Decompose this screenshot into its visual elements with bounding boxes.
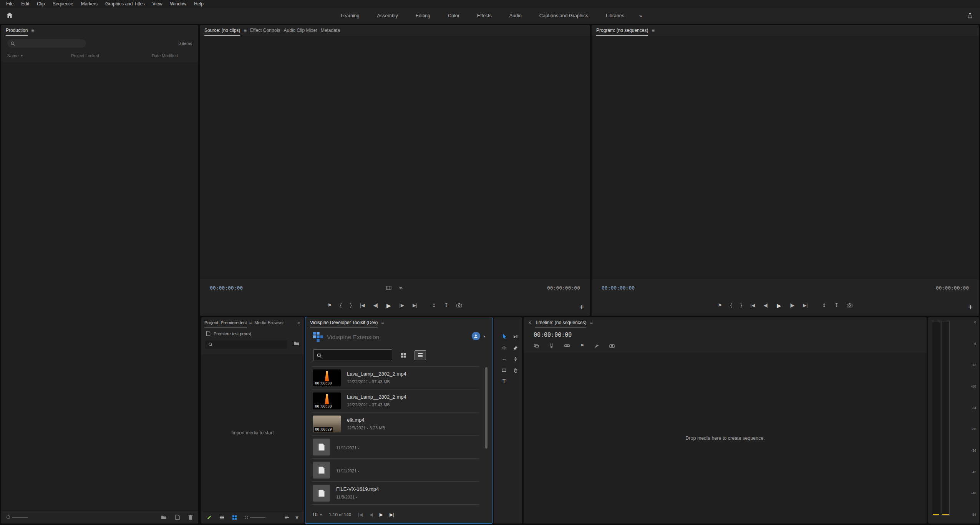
workspace-tab-color[interactable]: Color [439, 8, 468, 24]
panel-menu-icon[interactable]: ≡ [590, 320, 593, 325]
vidispine-search-input[interactable] [313, 350, 392, 361]
column-name[interactable]: Name▼ [7, 53, 71, 58]
add-marker-icon[interactable]: ⚑ [718, 303, 722, 308]
drag-audio-icon[interactable] [398, 286, 404, 290]
step-forward-icon[interactable]: |▶ [790, 303, 794, 308]
list-view-icon[interactable] [415, 350, 426, 360]
project-search-input[interactable] [215, 342, 284, 347]
edit-pencil-icon[interactable] [207, 515, 212, 520]
step-forward-icon[interactable]: |▶ [400, 303, 404, 308]
track-select-forward-tool[interactable] [510, 331, 521, 342]
step-back-icon[interactable]: ◀| [373, 303, 378, 308]
rectangle-tool[interactable] [498, 364, 510, 376]
button-editor-plus-icon[interactable]: + [968, 303, 973, 311]
close-icon[interactable]: × [528, 320, 531, 326]
vidispine-account[interactable]: ▾ [472, 332, 485, 340]
workspace-tab-learning[interactable]: Learning [332, 8, 368, 24]
ripple-edit-tool[interactable] [498, 342, 510, 353]
column-project-locked[interactable]: Project Locked [71, 53, 152, 58]
menu-clip[interactable]: Clip [33, 0, 49, 8]
tab-production[interactable]: Production [6, 25, 28, 36]
chevron-down-icon[interactable]: ▾ [483, 334, 485, 338]
selection-tool[interactable] [498, 331, 510, 342]
panel-overflow-icon[interactable]: » [298, 320, 300, 325]
media-list-item[interactable]: 00:00:29 elk.mp412/9/2021 - 3.23 MB [312, 412, 479, 436]
panel-menu-icon[interactable]: ≡ [249, 320, 252, 325]
project-empty-area[interactable]: Import media to start [201, 354, 304, 511]
user-avatar[interactable] [472, 332, 480, 340]
media-list-item[interactable]: 00:00:30 Lava_Lamp__2802_2.mp412/22/2021… [312, 366, 479, 389]
next-page-icon[interactable]: ▶ [380, 512, 383, 517]
goto-in-icon[interactable]: |◀ [750, 303, 755, 308]
workspace-tab-audio[interactable]: Audio [501, 8, 531, 24]
menu-edit[interactable]: Edit [17, 0, 33, 8]
zoom-handle[interactable] [245, 516, 248, 519]
delete-icon[interactable] [188, 515, 193, 520]
media-list-item[interactable]: 11/11/2021 - [312, 459, 479, 482]
workspace-tab-effects[interactable]: Effects [468, 8, 501, 24]
media-list-item[interactable]: 11/11/2021 - [312, 436, 479, 459]
goto-out-icon[interactable]: ▶| [803, 303, 808, 308]
nest-sequence-icon[interactable] [534, 343, 539, 348]
panel-menu-icon[interactable]: ≡ [381, 320, 384, 325]
tab-media-browser[interactable]: Media Browser [254, 318, 284, 328]
source-current-timecode[interactable]: 00:00:00:00 [210, 285, 243, 291]
thumbnail-zoom-slider[interactable] [245, 516, 265, 519]
goto-out-icon[interactable]: ▶| [413, 303, 417, 308]
new-item-icon[interactable] [175, 515, 180, 520]
menu-graphics-and-titles[interactable]: Graphics and Titles [101, 0, 149, 8]
play-icon[interactable]: ▶ [777, 303, 781, 308]
tab-metadata[interactable]: Metadata [321, 25, 340, 35]
type-tool[interactable]: T [498, 376, 510, 387]
extract-icon[interactable]: ↧ [834, 303, 838, 308]
overwrite-icon[interactable]: ↧ [444, 303, 448, 308]
tab-timeline[interactable]: Timeline: (no sequences) [535, 318, 586, 328]
workspace-tab-libraries[interactable]: Libraries [597, 8, 633, 24]
thumbnail-zoom-slider[interactable] [7, 515, 28, 519]
panel-menu-icon[interactable]: ≡ [244, 28, 247, 33]
last-page-icon[interactable]: ▶| [390, 512, 394, 517]
list-view-icon[interactable] [219, 515, 224, 520]
quick-export-icon[interactable] [967, 12, 973, 18]
new-search-bin-icon[interactable] [294, 341, 299, 346]
menu-file[interactable]: File [2, 0, 17, 8]
goto-in-icon[interactable]: |◀ [360, 303, 365, 308]
page-size-dropdown[interactable]: 10 ▾ [312, 512, 322, 517]
scrollbar[interactable] [485, 367, 488, 505]
tab-program[interactable]: Program: (no sequences) [596, 25, 648, 36]
add-marker-icon[interactable]: ⚑ [580, 343, 584, 348]
button-editor-plus-icon[interactable]: + [579, 303, 584, 311]
linked-selection-icon[interactable] [564, 344, 570, 348]
mark-out-icon[interactable]: } [740, 303, 742, 308]
tab-source[interactable]: Source: (no clips) [204, 25, 240, 36]
scrollbar-thumb[interactable] [485, 367, 488, 449]
razor-tool[interactable] [510, 342, 521, 353]
new-bin-icon[interactable] [161, 515, 167, 520]
timeline-settings-icon[interactable] [594, 343, 599, 348]
step-back-icon[interactable]: ◀| [764, 303, 768, 308]
production-search-input[interactable] [7, 39, 86, 48]
icon-view-icon[interactable] [232, 515, 237, 520]
drag-video-icon[interactable] [386, 286, 391, 290]
tab-vidispine-toolkit[interactable]: Vidispine Developer Toolkit (Dev) [310, 318, 378, 328]
mark-in-icon[interactable]: { [340, 303, 342, 308]
capture-icon[interactable] [609, 344, 615, 348]
menu-view[interactable]: View [149, 0, 166, 8]
workspace-tab-editing[interactable]: Editing [407, 8, 439, 24]
workspace-tab-assembly[interactable]: Assembly [368, 8, 407, 24]
lift-icon[interactable]: ↥ [822, 303, 826, 308]
column-date-modified[interactable]: Date Modified [152, 53, 192, 58]
tab-project[interactable]: Project: Premiere test [204, 318, 247, 328]
add-marker-icon[interactable]: ⚑ [328, 303, 332, 308]
export-frame-icon[interactable] [456, 303, 462, 308]
panel-menu-icon[interactable]: ≡ [652, 28, 655, 33]
menu-sequence[interactable]: Sequence [49, 0, 77, 8]
play-icon[interactable]: ▶ [386, 303, 391, 308]
chevron-down-icon[interactable]: ▾ [295, 514, 298, 521]
menu-help[interactable]: Help [190, 0, 207, 8]
snap-icon[interactable] [549, 343, 554, 348]
insert-icon[interactable]: ↥ [432, 303, 436, 308]
grid-view-icon[interactable] [398, 350, 409, 360]
zoom-handle[interactable] [7, 515, 10, 519]
prev-page-icon[interactable]: ◀ [369, 512, 373, 517]
